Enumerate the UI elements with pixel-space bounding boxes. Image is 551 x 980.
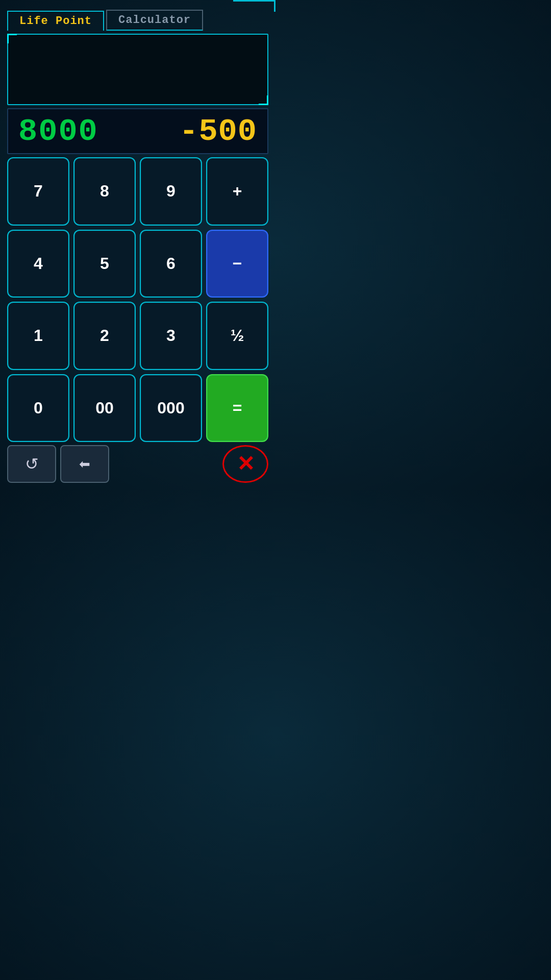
tabs-bar: Life Point Calculator <box>7 4 268 31</box>
bottom-row: ↺ ⬅ ✕ <box>7 445 268 485</box>
key-2[interactable]: 2 <box>73 302 136 370</box>
key-0[interactable]: 0 <box>7 374 69 443</box>
keypad-row-2: 4 5 6 − <box>7 230 268 298</box>
current-life-value: 8000 <box>18 113 98 150</box>
backspace-button[interactable]: ⬅ <box>60 445 109 483</box>
key-7[interactable]: 7 <box>7 157 69 226</box>
key-4[interactable]: 4 <box>7 230 69 298</box>
cancel-icon: ✕ <box>237 453 255 475</box>
refresh-button[interactable]: ↺ <box>7 445 56 483</box>
keypad-row-3: 1 2 3 ½ <box>7 302 268 370</box>
key-minus[interactable]: − <box>206 230 268 298</box>
key-5[interactable]: 5 <box>73 230 136 298</box>
key-000[interactable]: 000 <box>140 374 202 443</box>
cancel-button[interactable]: ✕ <box>222 445 268 483</box>
value-row: 8000 -500 <box>7 108 268 154</box>
key-3[interactable]: 3 <box>140 302 202 370</box>
tab-life-point[interactable]: Life Point <box>7 11 104 31</box>
key-9[interactable]: 9 <box>140 157 202 226</box>
tab-calculator[interactable]: Calculator <box>106 10 203 31</box>
display-area <box>7 34 268 105</box>
key-half[interactable]: ½ <box>206 302 268 370</box>
key-equals[interactable]: = <box>206 374 268 443</box>
key-00[interactable]: 00 <box>73 374 136 443</box>
key-plus[interactable]: + <box>206 157 268 226</box>
keypad-row-1: 7 8 9 + <box>7 157 268 226</box>
key-1[interactable]: 1 <box>7 302 69 370</box>
app-container: Life Point Calculator 8000 -500 7 8 9 + … <box>0 0 276 490</box>
keypad-row-4: 0 00 000 = <box>7 374 268 443</box>
key-8[interactable]: 8 <box>73 157 136 226</box>
keypad: 7 8 9 + 4 5 6 − 1 2 3 ½ 0 00 000 = <box>7 157 268 442</box>
delta-value: -500 <box>179 113 257 150</box>
refresh-icon: ↺ <box>25 454 39 474</box>
key-6[interactable]: 6 <box>140 230 202 298</box>
backspace-icon: ⬅ <box>79 456 90 472</box>
